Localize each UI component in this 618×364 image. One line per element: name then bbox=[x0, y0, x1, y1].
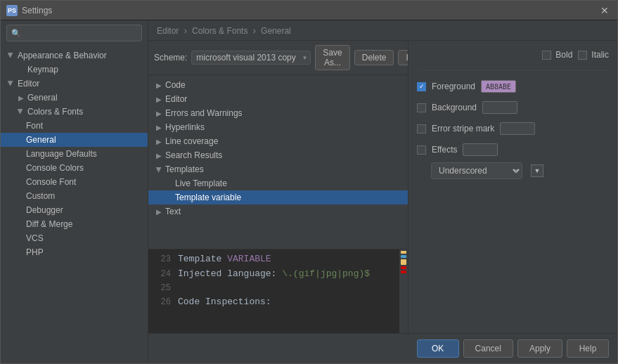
cancel-button[interactable]: Cancel bbox=[463, 339, 513, 358]
tree-arrow-search-results bbox=[154, 152, 164, 160]
line-num-25: 25 bbox=[154, 282, 171, 295]
breadcrumb: Editor › Colors & Fonts › General bbox=[148, 20, 617, 41]
sidebar-label-general2: General bbox=[26, 135, 142, 145]
options-panel: Bold Italic Foreground AB8ABE bbox=[408, 41, 617, 333]
sidebar-item-custom[interactable]: Custom bbox=[1, 189, 148, 203]
main-content: 🔍 ▶ Appearance & Behavior Keymap ▶ Edito… bbox=[1, 20, 617, 363]
breadcrumb-sep2: › bbox=[253, 26, 258, 36]
sidebar-item-console-font[interactable]: Console Font bbox=[1, 175, 148, 189]
tree-arrow-line-coverage bbox=[154, 138, 164, 145]
save-as-button[interactable]: Save As... bbox=[315, 45, 349, 70]
tree-item-editor[interactable]: Editor bbox=[148, 92, 408, 106]
ok-button[interactable]: OK bbox=[417, 339, 459, 358]
preview-text-23: Template VARIABLE bbox=[178, 252, 271, 267]
italic-label[interactable]: Italic bbox=[578, 50, 609, 60]
help-button[interactable]: Help bbox=[567, 339, 609, 358]
sidebar-label-console-font: Console Font bbox=[26, 177, 142, 187]
tree-label-hyperlinks: Hyperlinks bbox=[165, 122, 205, 132]
tree-item-errors[interactable]: Errors and Warnings bbox=[148, 106, 408, 120]
preview-line-25: 25 bbox=[154, 282, 402, 295]
scroll-mark-3 bbox=[401, 259, 406, 265]
preview-scrollbar[interactable] bbox=[399, 249, 408, 333]
sidebar-item-vcs[interactable]: VCS bbox=[1, 231, 148, 245]
error-stripe-row: Error stripe mark bbox=[417, 120, 609, 137]
bold-italic-row: Bold Italic bbox=[417, 46, 609, 63]
tree-label-template-variable: Template variable bbox=[175, 193, 241, 202]
tree-item-search-results[interactable]: Search Results bbox=[148, 148, 408, 162]
foreground-checkbox[interactable] bbox=[417, 82, 426, 91]
line-num-23: 23 bbox=[154, 253, 171, 266]
tree-arrow-text bbox=[154, 208, 164, 216]
error-stripe-color-swatch[interactable] bbox=[500, 122, 535, 135]
sidebar-label-lang-defaults: Language Defaults bbox=[26, 149, 142, 159]
preview-area: 23 Template VARIABLE 24 Injected languag… bbox=[148, 249, 408, 333]
expand-arrow-editor: ▶ bbox=[6, 79, 16, 89]
foreground-color-swatch[interactable]: AB8ABE bbox=[481, 80, 516, 93]
sidebar-item-font[interactable]: Font bbox=[1, 119, 148, 133]
underline-select-wrap: Underscored bbox=[431, 162, 522, 179]
error-stripe-checkbox[interactable] bbox=[417, 124, 426, 134]
tree-arrow-errors bbox=[154, 110, 164, 117]
sidebar-item-lang-defaults[interactable]: Language Defaults bbox=[1, 147, 148, 161]
background-color-swatch[interactable] bbox=[482, 101, 517, 114]
preview-line-26: 26 Code Inspections: bbox=[154, 295, 402, 310]
delete-button[interactable]: Delete bbox=[354, 50, 394, 65]
effects-checkbox[interactable] bbox=[417, 145, 426, 155]
sidebar-item-appearance[interactable]: ▶ Appearance & Behavior bbox=[1, 48, 148, 63]
line-num-26: 26 bbox=[154, 296, 171, 309]
tree-item-hyperlinks[interactable]: Hyperlinks bbox=[148, 120, 408, 134]
tree-label-errors: Errors and Warnings bbox=[165, 108, 243, 118]
effects-label: Effects bbox=[432, 145, 457, 155]
bold-label[interactable]: Bold bbox=[542, 50, 572, 60]
italic-checkbox[interactable] bbox=[578, 51, 587, 60]
import-button[interactable]: Import... bbox=[398, 50, 408, 65]
apply-button[interactable]: Apply bbox=[517, 339, 562, 358]
tree-arrow-editor bbox=[154, 96, 164, 103]
underline-row: Underscored ▼ bbox=[417, 162, 609, 179]
divider-1 bbox=[417, 70, 609, 71]
tree-label-live-template: Live Template bbox=[175, 178, 227, 188]
tree-item-code[interactable]: Code bbox=[148, 78, 408, 92]
sidebar-item-editor[interactable]: ▶ Editor bbox=[1, 77, 148, 91]
preview-line-24: 24 Injected language: \.(gif|jpg|png)$ bbox=[154, 267, 402, 282]
tree-item-template-variable[interactable]: Template variable bbox=[148, 190, 408, 204]
search-icon: 🔍 bbox=[11, 29, 21, 38]
sidebar-item-general2[interactable]: General bbox=[1, 133, 148, 147]
sidebar-item-debugger[interactable]: Debugger bbox=[1, 203, 148, 217]
sidebar-label-custom: Custom bbox=[26, 191, 142, 201]
scroll-mark-1 bbox=[401, 251, 406, 254]
tree-item-text[interactable]: Text bbox=[148, 204, 408, 219]
effects-color-swatch[interactable] bbox=[463, 143, 498, 156]
italic-text: Italic bbox=[591, 50, 609, 60]
search-input[interactable] bbox=[24, 28, 137, 38]
close-button[interactable]: ✕ bbox=[598, 4, 612, 18]
preview-text-24: Injected language: \.(gif|jpg|png)$ bbox=[178, 267, 370, 282]
sidebar-item-general[interactable]: ▶ General bbox=[1, 91, 148, 105]
underline-dropdown-button[interactable]: ▼ bbox=[531, 164, 543, 177]
search-box[interactable]: 🔍 bbox=[6, 25, 142, 41]
titlebar: PS Settings ✕ bbox=[1, 1, 617, 20]
tree-item-templates[interactable]: Templates bbox=[148, 162, 408, 176]
sidebar-label-debugger: Debugger bbox=[26, 205, 142, 215]
foreground-color-text: AB8ABE bbox=[486, 83, 511, 91]
sidebar-item-colors-fonts[interactable]: ▶ Colors & Fonts bbox=[1, 105, 148, 119]
sidebar-item-php[interactable]: PHP bbox=[1, 245, 148, 259]
sidebar-label-editor: Editor bbox=[18, 79, 142, 89]
sidebar-item-diff-merge[interactable]: Diff & Merge bbox=[1, 217, 148, 231]
background-checkbox[interactable] bbox=[417, 103, 426, 112]
tree-label-code: Code bbox=[165, 80, 186, 90]
underline-type-select[interactable]: Underscored bbox=[431, 162, 522, 179]
background-row: Background bbox=[417, 99, 609, 116]
tree-item-live-template[interactable]: Live Template bbox=[148, 176, 408, 190]
preview-text-26: Code Inspections: bbox=[178, 295, 271, 310]
bold-checkbox[interactable] bbox=[542, 51, 551, 60]
sidebar-label-keymap: Keymap bbox=[27, 65, 142, 74]
foreground-row: Foreground AB8ABE bbox=[417, 78, 609, 95]
tree-item-line-coverage[interactable]: Line coverage bbox=[148, 134, 408, 148]
sidebar-item-keymap[interactable]: Keymap bbox=[1, 63, 148, 77]
scheme-select-wrap: microsoft visual 2013 copy bbox=[191, 51, 311, 65]
center-panel: Scheme: microsoft visual 2013 copy Save … bbox=[148, 41, 408, 333]
expand-arrow-general: ▶ bbox=[16, 93, 26, 103]
sidebar-item-console-colors[interactable]: Console Colors bbox=[1, 161, 148, 175]
scheme-select[interactable]: microsoft visual 2013 copy bbox=[191, 51, 311, 65]
